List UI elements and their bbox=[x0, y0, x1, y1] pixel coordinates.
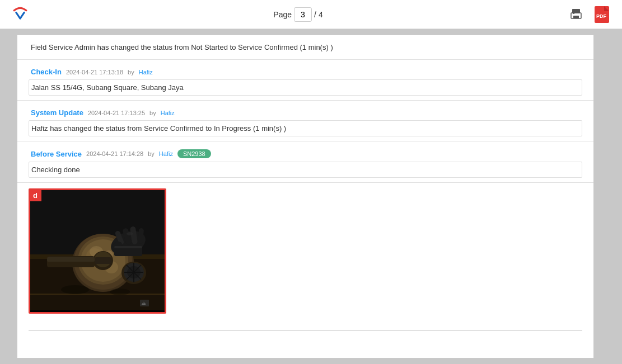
image-section: d bbox=[17, 183, 593, 325]
svg-point-31 bbox=[127, 232, 133, 235]
divider bbox=[29, 330, 582, 331]
svg-rect-39 bbox=[30, 294, 165, 295]
svg-text:PDF: PDF bbox=[596, 13, 607, 19]
system-update-header: System Update 2024-04-21 17:13:25 by Haf… bbox=[29, 105, 582, 118]
before-service-section: Before Service 2024-04-21 17:14:28 by Ha… bbox=[17, 141, 593, 183]
page-separator: / bbox=[314, 10, 316, 19]
content-wrapper: Field Service Admin has changed the stat… bbox=[17, 35, 594, 358]
check-in-by: by bbox=[128, 69, 134, 75]
machinery-image: ⛰ bbox=[30, 190, 165, 310]
left-strip bbox=[0, 29, 17, 364]
svg-rect-30 bbox=[114, 246, 142, 248]
header-actions: PDF bbox=[566, 4, 612, 25]
main-area: Field Service Admin has changed the stat… bbox=[0, 29, 622, 364]
print-button[interactable] bbox=[566, 4, 586, 25]
check-in-section: Check-In 2024-04-21 17:13:18 by Hafiz Ja… bbox=[17, 60, 593, 101]
svg-point-41 bbox=[110, 289, 130, 295]
check-in-title: Check-In bbox=[31, 68, 62, 76]
status-change-text: Field Service Admin has changed the stat… bbox=[29, 40, 582, 55]
check-in-header: Check-In 2024-04-21 17:13:18 by Hafiz bbox=[29, 64, 582, 77]
logo-svg bbox=[10, 4, 30, 25]
d-badge: d bbox=[29, 189, 41, 201]
pagination: Page / 4 bbox=[273, 7, 322, 22]
before-service-title: Before Service bbox=[31, 150, 82, 158]
before-service-user[interactable]: Hafiz bbox=[159, 150, 173, 157]
check-in-date: 2024-04-21 17:13:18 bbox=[66, 69, 123, 75]
svg-rect-22 bbox=[47, 257, 95, 262]
pdf-icon: PDF bbox=[594, 6, 610, 23]
check-in-location: Jalan SS 15/4G, Subang Square, Subang Ja… bbox=[29, 79, 582, 96]
before-service-note: Checking done bbox=[29, 162, 582, 178]
page-input[interactable] bbox=[294, 7, 312, 22]
check-in-user[interactable]: Hafiz bbox=[139, 69, 153, 75]
before-service-by: by bbox=[148, 150, 155, 157]
page-label: Page bbox=[273, 10, 292, 19]
right-strip bbox=[594, 29, 622, 364]
system-update-text: Hafiz has changed the status from Servic… bbox=[29, 120, 582, 136]
pdf-download-button[interactable]: PDF bbox=[592, 4, 612, 25]
printer-icon bbox=[569, 8, 583, 21]
before-service-date: 2024-04-21 17:14:28 bbox=[86, 150, 143, 157]
svg-text:⛰: ⛰ bbox=[142, 301, 146, 306]
sn-badge: SN2938 bbox=[177, 149, 211, 158]
before-service-header: Before Service 2024-04-21 17:14:28 by Ha… bbox=[29, 146, 582, 159]
svg-point-40 bbox=[61, 285, 89, 294]
svg-rect-3 bbox=[573, 13, 574, 14]
system-update-by: by bbox=[149, 110, 156, 116]
system-update-section: System Update 2024-04-21 17:13:25 by Haf… bbox=[17, 101, 593, 141]
system-update-user[interactable]: Hafiz bbox=[161, 110, 175, 116]
svg-rect-2 bbox=[573, 16, 579, 18]
svg-rect-20 bbox=[95, 257, 111, 264]
page-total: 4 bbox=[319, 10, 323, 19]
status-change-row: Field Service Admin has changed the stat… bbox=[17, 35, 593, 60]
header: Page / 4 PDF bbox=[0, 0, 622, 29]
system-update-title: System Update bbox=[31, 108, 83, 117]
image-container[interactable]: d bbox=[29, 188, 166, 314]
system-update-date: 2024-04-21 17:13:25 bbox=[88, 110, 145, 116]
logo bbox=[10, 4, 30, 25]
